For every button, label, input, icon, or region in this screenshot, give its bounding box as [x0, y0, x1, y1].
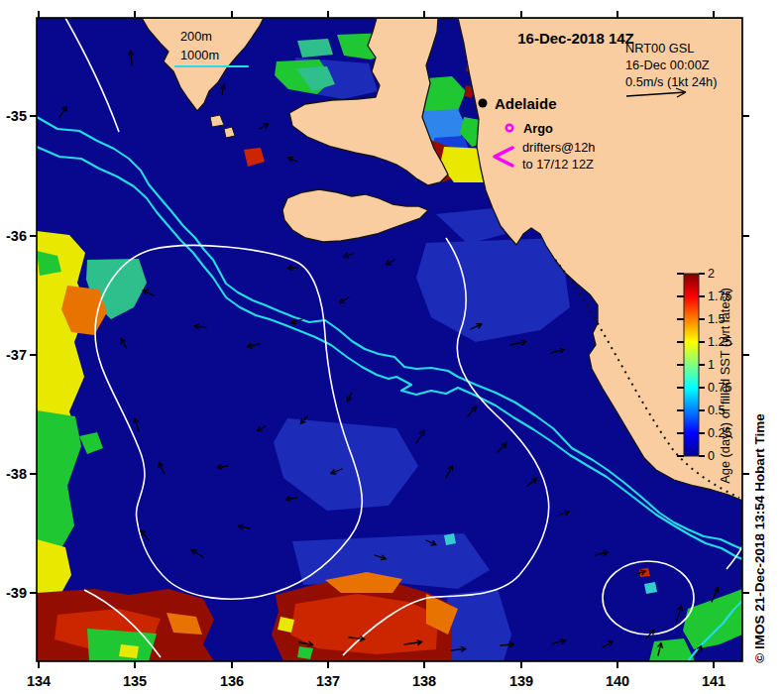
- colorbar-tick-label: 0: [708, 449, 715, 463]
- x-tick-label: 140: [606, 673, 629, 689]
- x-tick-label: 136: [220, 673, 244, 689]
- y-tick-label: -36: [6, 228, 27, 244]
- map-title: 16-Dec-2018 14Z: [517, 30, 634, 47]
- y-tick-label: -37: [6, 347, 27, 363]
- velocity-scale-label: 0.5m/s (1kt 24h): [625, 74, 717, 89]
- y-tick-label: -38: [6, 466, 27, 482]
- colorbar-tick-label: 1: [708, 358, 715, 372]
- colorbar-gradient: [684, 274, 699, 456]
- y-tick-label: -39: [6, 585, 27, 601]
- depth-200m-label: 200m: [180, 29, 212, 44]
- x-tick-label: 134: [27, 673, 51, 689]
- sst-age-patch: [644, 582, 657, 594]
- adelaide-label: Adelaide: [495, 95, 557, 112]
- drifters-label-line2: to 17/12 12Z: [522, 157, 594, 172]
- sst-age-patch: [119, 644, 139, 658]
- depth-1000m-label: 1000m: [180, 48, 219, 62]
- colorbar-tick-label: 2: [708, 267, 715, 281]
- sst-age-patch: [444, 533, 456, 545]
- sst-age-map-figure: 2 1.75 1.5 1.25 1 0.75 0.5 0.25 0 Age (d…: [0, 0, 784, 694]
- x-tick-label: 138: [412, 673, 436, 689]
- adelaide-marker: [479, 99, 488, 108]
- x-tick-label: 139: [509, 673, 533, 689]
- map-canvas: 2 1.75 1.5 1.25 1 0.75 0.5 0.25 0 Age (d…: [0, 0, 784, 694]
- x-tick-label: 135: [123, 673, 147, 689]
- imos-watermark: © IMOS 21-Dec-2018 13:54 Hobart Time: [752, 413, 767, 663]
- y-tick-label: -35: [6, 108, 27, 124]
- velocity-time-label: 16-Dec 00:00Z: [625, 58, 710, 72]
- x-tick-label: 137: [316, 673, 340, 689]
- drifters-label-line1: drifters@12h: [522, 140, 595, 155]
- sst-age-patch: [297, 39, 333, 58]
- argo-label: Argo: [523, 121, 553, 136]
- colorbar-axis-label: Age (days) of filled SST (wrt latest): [718, 288, 732, 483]
- map-area: [37, 18, 743, 661]
- x-tick-label: 141: [702, 673, 726, 689]
- velocity-model-label: NRT00 GSL: [625, 41, 694, 56]
